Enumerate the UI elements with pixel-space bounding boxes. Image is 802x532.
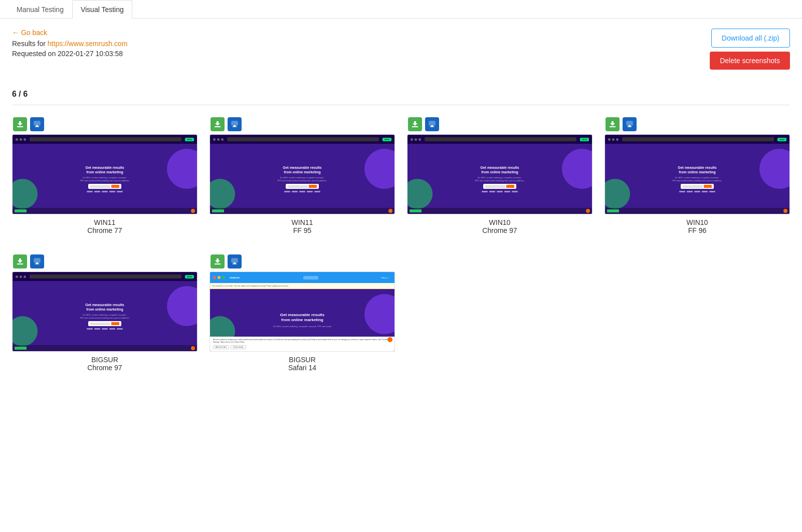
card-4-os: WIN10 — [687, 218, 708, 226]
download-icon-5[interactable] — [13, 254, 27, 269]
counter-row: 6 / 6 — [12, 90, 790, 99]
screenshot-thumb-6[interactable]: SEMRUSH Menu ≡ Your browser is out of da… — [210, 272, 395, 352]
section-divider — [12, 105, 790, 105]
delete-screenshots-button[interactable]: Delete screenshots — [710, 52, 790, 70]
card-3-os: WIN10 — [489, 218, 511, 226]
card-5-actions — [12, 254, 44, 269]
svg-rect-11 — [430, 126, 434, 127]
svg-rect-23 — [233, 263, 237, 264]
svg-rect-17 — [34, 258, 40, 262]
results-url-link[interactable]: https://www.semrush.com — [48, 40, 128, 48]
screenshot-card-4: NEW Get measurable resultsfrom online ma… — [605, 117, 790, 234]
card-6-actions — [210, 254, 242, 269]
monitor-icon-1[interactable] — [30, 117, 44, 131]
results-for-text: Results for https://www.semrush.com — [12, 40, 127, 48]
header-row: ← Go back Results for https://www.semrus… — [12, 29, 790, 70]
screenshot-card-5: NEW Get measurable resultsfrom online ma… — [12, 254, 197, 372]
card-2-os: WIN11 — [292, 218, 313, 226]
card-6-os: BIGSUR — [289, 356, 316, 364]
tab-visual-testing[interactable]: Visual Testing — [72, 0, 132, 19]
svg-rect-0 — [17, 126, 23, 127]
screenshot-grid-row2: NEW Get measurable resultsfrom online ma… — [12, 254, 790, 372]
download-all-button[interactable]: Download all (.zip) — [711, 29, 790, 48]
svg-rect-8 — [412, 126, 418, 127]
card-5-os: BIGSUR — [91, 356, 118, 364]
screenshot-thumb-2[interactable]: NEW Get measurable resultsfrom online ma… — [210, 134, 395, 214]
monitor-icon-5[interactable] — [30, 254, 44, 269]
main-content: ← Go back Results for https://www.semrus… — [0, 19, 802, 382]
svg-rect-7 — [233, 126, 237, 127]
card-1-browser: Chrome 77 — [87, 226, 122, 234]
download-icon-6[interactable] — [211, 254, 225, 269]
monitor-icon-3[interactable] — [425, 117, 439, 131]
header-left: ← Go back Results for https://www.semrus… — [12, 29, 127, 58]
card-2-actions — [210, 117, 242, 131]
screenshot-thumb-1[interactable]: NEW Get measurable resultsfrom online ma… — [12, 134, 197, 214]
download-icon-3[interactable] — [408, 117, 422, 131]
page-counter: 6 / 6 — [12, 90, 28, 98]
svg-rect-19 — [35, 263, 39, 264]
svg-rect-2 — [36, 125, 38, 126]
svg-rect-13 — [627, 121, 633, 125]
download-icon-1[interactable] — [13, 117, 27, 131]
svg-rect-12 — [610, 126, 616, 127]
card-2-browser: FF 95 — [293, 226, 312, 234]
svg-rect-16 — [17, 263, 23, 264]
svg-rect-14 — [629, 125, 631, 126]
card-5-browser: Chrome 97 — [87, 364, 122, 372]
svg-rect-3 — [35, 126, 39, 127]
card-4-browser: FF 96 — [688, 226, 707, 234]
screenshot-grid-row1: NEW Get measurable resultsfrom online ma… — [12, 117, 790, 234]
monitor-icon-6[interactable] — [228, 254, 242, 269]
card-1-actions — [12, 117, 44, 131]
svg-rect-4 — [215, 126, 221, 127]
screenshot-card-1: NEW Get measurable resultsfrom online ma… — [12, 117, 197, 234]
screenshot-card-6: SEMRUSH Menu ≡ Your browser is out of da… — [210, 254, 395, 372]
svg-rect-1 — [34, 121, 40, 125]
svg-rect-10 — [431, 125, 433, 126]
svg-rect-15 — [628, 126, 632, 127]
screenshot-card-3: NEW Get measurable resultsfrom online ma… — [407, 117, 592, 234]
monitor-icon-2[interactable] — [228, 117, 242, 131]
svg-rect-9 — [429, 121, 435, 125]
svg-rect-18 — [36, 262, 38, 263]
go-back-link[interactable]: ← Go back — [12, 29, 47, 37]
svg-rect-6 — [234, 125, 236, 126]
requested-on-text: Requested on 2022-01-27 10:03:58 — [12, 50, 127, 58]
screenshot-thumb-4[interactable]: NEW Get measurable resultsfrom online ma… — [605, 134, 790, 214]
svg-rect-22 — [234, 262, 236, 263]
download-icon-2[interactable] — [211, 117, 225, 131]
card-4-actions — [605, 117, 637, 131]
card-3-browser: Chrome 97 — [482, 226, 517, 234]
monitor-icon-4[interactable] — [623, 117, 637, 131]
download-icon-4[interactable] — [606, 117, 620, 131]
svg-rect-20 — [215, 263, 221, 264]
tabs-container: Manual Testing Visual Testing — [0, 0, 802, 19]
header-right: Download all (.zip) Delete screenshots — [710, 29, 790, 70]
screenshot-card-2: NEW Get measurable resultsfrom online ma… — [210, 117, 395, 234]
screenshot-thumb-5[interactable]: NEW Get measurable resultsfrom online ma… — [12, 272, 197, 352]
card-6-browser: Safari 14 — [288, 364, 316, 372]
screenshot-thumb-3[interactable]: NEW Get measurable resultsfrom online ma… — [407, 134, 592, 214]
svg-rect-21 — [232, 258, 238, 262]
card-1-os: WIN11 — [94, 218, 116, 226]
tab-manual-testing[interactable]: Manual Testing — [8, 0, 72, 19]
svg-rect-5 — [232, 121, 238, 125]
card-3-actions — [407, 117, 439, 131]
